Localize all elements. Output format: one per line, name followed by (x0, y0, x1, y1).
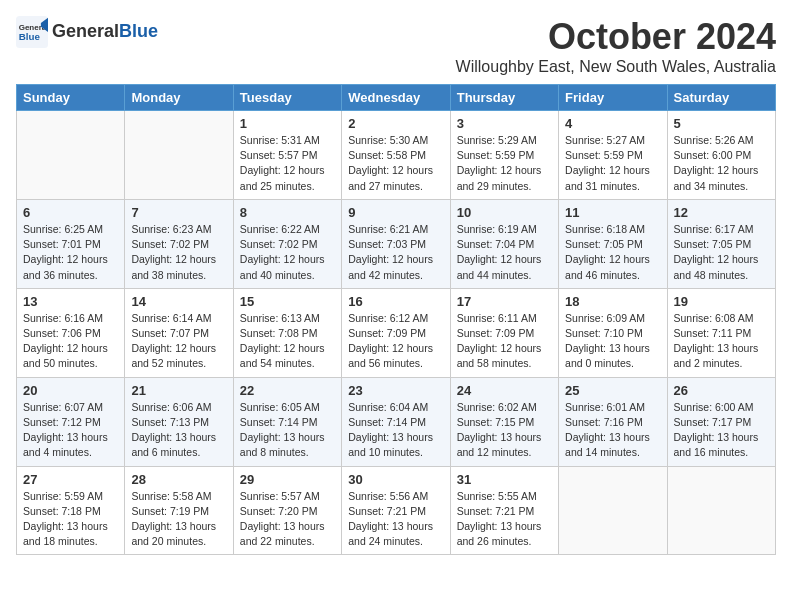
calendar-cell: 20Sunrise: 6:07 AM Sunset: 7:12 PM Dayli… (17, 377, 125, 466)
day-number: 5 (674, 116, 769, 131)
day-number: 8 (240, 205, 335, 220)
day-number: 24 (457, 383, 552, 398)
calendar-cell: 3Sunrise: 5:29 AM Sunset: 5:59 PM Daylig… (450, 111, 558, 200)
day-info: Sunrise: 6:22 AM Sunset: 7:02 PM Dayligh… (240, 222, 335, 283)
weekday-header-saturday: Saturday (667, 85, 775, 111)
day-info: Sunrise: 6:07 AM Sunset: 7:12 PM Dayligh… (23, 400, 118, 461)
day-info: Sunrise: 5:27 AM Sunset: 5:59 PM Dayligh… (565, 133, 660, 194)
day-info: Sunrise: 6:14 AM Sunset: 7:07 PM Dayligh… (131, 311, 226, 372)
calendar-cell: 26Sunrise: 6:00 AM Sunset: 7:17 PM Dayli… (667, 377, 775, 466)
day-info: Sunrise: 5:56 AM Sunset: 7:21 PM Dayligh… (348, 489, 443, 550)
logo-text: GeneralBlue (52, 22, 158, 42)
day-info: Sunrise: 6:23 AM Sunset: 7:02 PM Dayligh… (131, 222, 226, 283)
month-title: October 2024 (456, 16, 776, 58)
calendar-cell: 21Sunrise: 6:06 AM Sunset: 7:13 PM Dayli… (125, 377, 233, 466)
calendar-cell: 13Sunrise: 6:16 AM Sunset: 7:06 PM Dayli… (17, 288, 125, 377)
day-info: Sunrise: 6:17 AM Sunset: 7:05 PM Dayligh… (674, 222, 769, 283)
day-info: Sunrise: 5:55 AM Sunset: 7:21 PM Dayligh… (457, 489, 552, 550)
day-info: Sunrise: 6:09 AM Sunset: 7:10 PM Dayligh… (565, 311, 660, 372)
calendar-cell: 18Sunrise: 6:09 AM Sunset: 7:10 PM Dayli… (559, 288, 667, 377)
day-info: Sunrise: 6:19 AM Sunset: 7:04 PM Dayligh… (457, 222, 552, 283)
calendar-cell: 2Sunrise: 5:30 AM Sunset: 5:58 PM Daylig… (342, 111, 450, 200)
page-header: General Blue GeneralBlue October 2024 Wi… (16, 16, 776, 76)
weekday-header-friday: Friday (559, 85, 667, 111)
calendar-cell: 22Sunrise: 6:05 AM Sunset: 7:14 PM Dayli… (233, 377, 341, 466)
day-info: Sunrise: 5:26 AM Sunset: 6:00 PM Dayligh… (674, 133, 769, 194)
day-info: Sunrise: 6:00 AM Sunset: 7:17 PM Dayligh… (674, 400, 769, 461)
day-info: Sunrise: 6:25 AM Sunset: 7:01 PM Dayligh… (23, 222, 118, 283)
day-number: 25 (565, 383, 660, 398)
day-number: 9 (348, 205, 443, 220)
day-info: Sunrise: 6:18 AM Sunset: 7:05 PM Dayligh… (565, 222, 660, 283)
calendar-header-row: SundayMondayTuesdayWednesdayThursdayFrid… (17, 85, 776, 111)
calendar-cell: 27Sunrise: 5:59 AM Sunset: 7:18 PM Dayli… (17, 466, 125, 555)
calendar-cell: 15Sunrise: 6:13 AM Sunset: 7:08 PM Dayli… (233, 288, 341, 377)
day-info: Sunrise: 6:12 AM Sunset: 7:09 PM Dayligh… (348, 311, 443, 372)
day-number: 13 (23, 294, 118, 309)
calendar-cell: 23Sunrise: 6:04 AM Sunset: 7:14 PM Dayli… (342, 377, 450, 466)
day-info: Sunrise: 5:58 AM Sunset: 7:19 PM Dayligh… (131, 489, 226, 550)
day-number: 18 (565, 294, 660, 309)
calendar-week-4: 20Sunrise: 6:07 AM Sunset: 7:12 PM Dayli… (17, 377, 776, 466)
calendar-cell: 5Sunrise: 5:26 AM Sunset: 6:00 PM Daylig… (667, 111, 775, 200)
day-number: 31 (457, 472, 552, 487)
calendar-cell: 29Sunrise: 5:57 AM Sunset: 7:20 PM Dayli… (233, 466, 341, 555)
day-number: 21 (131, 383, 226, 398)
weekday-header-sunday: Sunday (17, 85, 125, 111)
calendar-cell: 24Sunrise: 6:02 AM Sunset: 7:15 PM Dayli… (450, 377, 558, 466)
calendar-cell: 25Sunrise: 6:01 AM Sunset: 7:16 PM Dayli… (559, 377, 667, 466)
weekday-header-monday: Monday (125, 85, 233, 111)
day-info: Sunrise: 6:02 AM Sunset: 7:15 PM Dayligh… (457, 400, 552, 461)
day-number: 22 (240, 383, 335, 398)
calendar-cell: 8Sunrise: 6:22 AM Sunset: 7:02 PM Daylig… (233, 199, 341, 288)
day-info: Sunrise: 6:21 AM Sunset: 7:03 PM Dayligh… (348, 222, 443, 283)
calendar-cell (17, 111, 125, 200)
day-info: Sunrise: 6:11 AM Sunset: 7:09 PM Dayligh… (457, 311, 552, 372)
calendar-week-1: 1Sunrise: 5:31 AM Sunset: 5:57 PM Daylig… (17, 111, 776, 200)
calendar-week-5: 27Sunrise: 5:59 AM Sunset: 7:18 PM Dayli… (17, 466, 776, 555)
weekday-header-wednesday: Wednesday (342, 85, 450, 111)
day-number: 11 (565, 205, 660, 220)
day-info: Sunrise: 6:13 AM Sunset: 7:08 PM Dayligh… (240, 311, 335, 372)
calendar-cell: 4Sunrise: 5:27 AM Sunset: 5:59 PM Daylig… (559, 111, 667, 200)
day-number: 12 (674, 205, 769, 220)
day-number: 17 (457, 294, 552, 309)
day-number: 26 (674, 383, 769, 398)
calendar-cell: 12Sunrise: 6:17 AM Sunset: 7:05 PM Dayli… (667, 199, 775, 288)
calendar-cell: 14Sunrise: 6:14 AM Sunset: 7:07 PM Dayli… (125, 288, 233, 377)
calendar-cell: 9Sunrise: 6:21 AM Sunset: 7:03 PM Daylig… (342, 199, 450, 288)
calendar-week-3: 13Sunrise: 6:16 AM Sunset: 7:06 PM Dayli… (17, 288, 776, 377)
day-number: 1 (240, 116, 335, 131)
day-number: 14 (131, 294, 226, 309)
calendar-cell: 16Sunrise: 6:12 AM Sunset: 7:09 PM Dayli… (342, 288, 450, 377)
svg-text:Blue: Blue (19, 31, 41, 42)
calendar-cell: 11Sunrise: 6:18 AM Sunset: 7:05 PM Dayli… (559, 199, 667, 288)
calendar-cell: 19Sunrise: 6:08 AM Sunset: 7:11 PM Dayli… (667, 288, 775, 377)
calendar-table: SundayMondayTuesdayWednesdayThursdayFrid… (16, 84, 776, 555)
day-info: Sunrise: 5:59 AM Sunset: 7:18 PM Dayligh… (23, 489, 118, 550)
calendar-cell: 1Sunrise: 5:31 AM Sunset: 5:57 PM Daylig… (233, 111, 341, 200)
day-number: 30 (348, 472, 443, 487)
day-number: 29 (240, 472, 335, 487)
day-info: Sunrise: 5:31 AM Sunset: 5:57 PM Dayligh… (240, 133, 335, 194)
calendar-cell: 28Sunrise: 5:58 AM Sunset: 7:19 PM Dayli… (125, 466, 233, 555)
calendar-cell: 30Sunrise: 5:56 AM Sunset: 7:21 PM Dayli… (342, 466, 450, 555)
day-number: 28 (131, 472, 226, 487)
day-info: Sunrise: 6:06 AM Sunset: 7:13 PM Dayligh… (131, 400, 226, 461)
day-info: Sunrise: 5:29 AM Sunset: 5:59 PM Dayligh… (457, 133, 552, 194)
calendar-cell: 7Sunrise: 6:23 AM Sunset: 7:02 PM Daylig… (125, 199, 233, 288)
logo-icon: General Blue (16, 16, 48, 48)
calendar-cell: 31Sunrise: 5:55 AM Sunset: 7:21 PM Dayli… (450, 466, 558, 555)
weekday-header-tuesday: Tuesday (233, 85, 341, 111)
title-area: October 2024 Willoughby East, New South … (456, 16, 776, 76)
calendar-cell: 17Sunrise: 6:11 AM Sunset: 7:09 PM Dayli… (450, 288, 558, 377)
logo: General Blue GeneralBlue (16, 16, 158, 48)
day-info: Sunrise: 6:04 AM Sunset: 7:14 PM Dayligh… (348, 400, 443, 461)
day-number: 2 (348, 116, 443, 131)
day-number: 20 (23, 383, 118, 398)
day-number: 19 (674, 294, 769, 309)
day-number: 10 (457, 205, 552, 220)
day-number: 23 (348, 383, 443, 398)
calendar-cell (667, 466, 775, 555)
calendar-cell (559, 466, 667, 555)
